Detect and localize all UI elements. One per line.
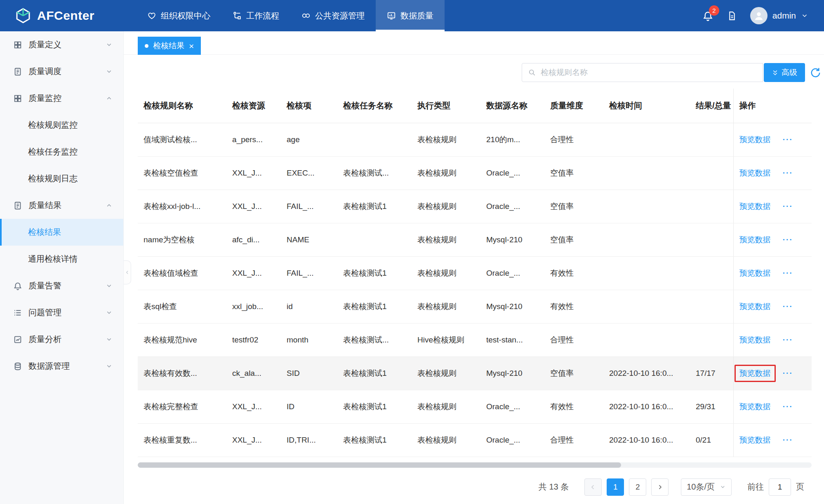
sidebar-item-general-check-details[interactable]: 通用检核详情 [0,246,123,272]
cell-check-item: ID [281,390,337,423]
preview-data-link[interactable]: 预览数据 [739,169,771,177]
preview-data-link[interactable]: 预览数据 [739,335,771,344]
sidebar-group-quality-monitoring[interactable]: 质量监控 [0,85,123,112]
sidebar-group-quality-analysis[interactable]: 质量分析 [0,326,123,353]
nav-item-org-permissions[interactable]: 组织权限中心 [136,0,221,31]
more-actions-button[interactable]: ··· [783,202,793,211]
cell-datasource: Oracle_... [480,390,544,423]
preview-data-link[interactable]: 预览数据 [739,202,771,211]
horizontal-scrollbar-thumb[interactable] [138,462,621,468]
page-size-select[interactable]: 10条/页 [681,478,732,496]
cell-task-name: 表检核测试... [337,156,412,190]
search-input[interactable] [541,68,757,77]
user-menu[interactable]: admin [750,7,808,24]
pagination-next-button[interactable] [651,478,669,496]
notifications-button[interactable]: 2 [702,10,713,21]
list-icon [13,308,22,317]
page-unit-label: 页 [796,481,804,492]
preview-data-link[interactable]: 预览数据 [739,369,771,377]
more-actions-button[interactable]: ··· [783,302,793,311]
cell-check-item: SID [281,356,337,390]
preview-data-link[interactable]: 预览数据 [739,402,771,411]
cell-rule-name: 表检核有效数... [138,356,226,390]
sidebar-item-check-rule-logs[interactable]: 检核规则日志 [0,165,123,192]
pagination-prev-button[interactable] [584,478,602,496]
nav-item-data-quality[interactable]: 数据质量 [376,0,445,31]
table-row: 表检核重复数... XXL_J... ID,TRI... 表检核测试1 表检核规… [138,423,812,457]
preview-data-link[interactable]: 预览数据 [739,302,771,311]
cell-actions: 预览数据 ··· [733,256,812,290]
cell-exec-type: 表检核规则 [412,423,480,457]
table-row: 表检核值域检查 XXL_J... FAIL_... 表检核测试1 表检核规则 O… [138,256,812,290]
tab-close-icon[interactable]: × [189,42,194,50]
more-actions-button[interactable]: ··· [783,269,793,277]
navbar-right: 2 admin [702,0,824,31]
cell-datasource: Oracle_... [480,156,544,190]
preview-data-link[interactable]: 预览数据 [739,235,771,244]
sidebar-item-check-results[interactable]: 检核结果 [0,219,123,246]
cell-task-name [337,123,412,156]
data-quality-icon [387,11,396,20]
grid-icon [13,40,22,49]
chevron-left-icon [589,483,597,491]
cell-check-time [603,223,690,256]
cell-resource: XXL_J... [226,256,281,290]
chevron-up-icon [106,202,113,209]
cell-task-name: 表检核测试1 [337,190,412,223]
sidebar-group-quality-definition[interactable]: 质量定义 [0,31,123,58]
goto-page-input[interactable] [769,478,791,496]
cell-rule-name: 表检核规范hive [138,323,226,356]
cell-dimension: 空值率 [544,190,603,223]
more-actions-button[interactable]: ··· [783,402,793,411]
tab-check-results[interactable]: 检核结果 × [138,37,201,55]
cell-actions: 预览数据 ··· [733,423,812,457]
more-actions-button[interactable]: ··· [783,169,793,177]
cell-result-total [690,190,733,223]
cell-datasource: Mysql-210 [480,223,544,256]
more-actions-button[interactable]: ··· [783,235,793,244]
nav-item-shared-resources[interactable]: 公共资源管理 [290,0,376,31]
table-row: name为空检核 afc_di... NAME 表检核规则 Mysql-210 … [138,223,812,256]
chevron-down-icon [801,12,808,19]
cell-exec-type: 表检核规则 [412,290,480,323]
sidebar-group-quality-results[interactable]: 质量结果 [0,192,123,219]
nav-item-workflow[interactable]: 工作流程 [221,0,290,31]
cell-check-time [603,290,690,323]
preview-data-link[interactable]: 预览数据 [739,436,771,444]
sidebar-item-check-rule-monitoring[interactable]: 检核规则监控 [0,112,123,138]
document-icon[interactable] [727,11,737,21]
pagination-page-1[interactable]: 1 [607,478,624,496]
annotation-highlight-box: 预览数据 [735,365,776,382]
sidebar-collapse-handle[interactable] [124,260,131,284]
sidebar-group-quality-scheduling[interactable]: 质量调度 [0,58,123,85]
sidebar-group-label: 质量监控 [28,93,106,104]
preview-data-link[interactable]: 预览数据 [739,269,771,277]
advanced-search-button[interactable]: 高级 [764,63,805,82]
sidebar-group-datasource-management[interactable]: 数据源管理 [0,353,123,380]
pagination-page-2[interactable]: 2 [629,478,646,496]
preview-data-link[interactable]: 预览数据 [739,135,771,144]
sidebar-group-issue-management[interactable]: 问题管理 [0,299,123,326]
cell-rule-name: name为空检核 [138,223,226,256]
cell-check-time [603,156,690,190]
refresh-icon[interactable] [810,67,822,79]
cell-check-item: ID,TRI... [281,423,337,457]
sidebar-item-check-task-monitoring[interactable]: 检核任务监控 [0,138,123,165]
cell-exec-type: 表检核规则 [412,123,480,156]
more-actions-button[interactable]: ··· [783,369,793,377]
nav-item-label: 公共资源管理 [315,10,365,21]
more-actions-button[interactable]: ··· [783,436,793,444]
sidebar-item-label: 检核规则监控 [28,120,78,131]
sidebar: 质量定义 质量调度 质量监控 检核规则监控 检核任务监控 检核规则日志 质量结果… [0,31,124,504]
cell-check-time [603,190,690,223]
more-actions-button[interactable]: ··· [783,335,793,344]
col-dimension: 质量维度 [544,89,603,123]
workflow-icon [233,11,242,20]
cell-exec-type: 表检核规则 [412,223,480,256]
cell-actions: 预览数据 ··· [733,223,812,256]
cell-task-name: 表检核测试1 [337,256,412,290]
sidebar-item-label: 通用检核详情 [28,253,78,265]
chevron-down-icon [106,282,113,289]
sidebar-group-quality-alerts[interactable]: 质量告警 [0,272,123,299]
more-actions-button[interactable]: ··· [783,135,793,144]
